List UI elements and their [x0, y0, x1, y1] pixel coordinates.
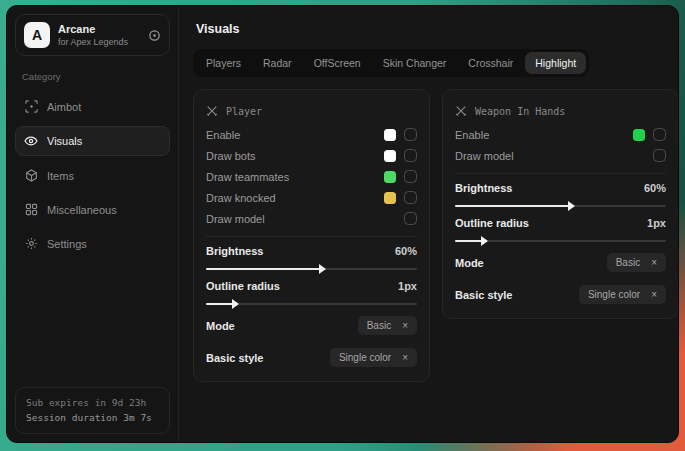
panel-title: Weapon In Hands [455, 94, 666, 124]
slider-thumb[interactable] [481, 236, 488, 246]
checkbox[interactable] [404, 212, 417, 225]
sidebar-item-label: Visuals [47, 135, 82, 147]
tab-crosshair[interactable]: Crosshair [458, 52, 523, 74]
checkbox[interactable] [653, 149, 666, 162]
toggle-row: Draw model [455, 145, 666, 166]
cube-icon [24, 169, 38, 182]
category-label: Category [22, 71, 163, 82]
outline-radius-slider[interactable] [455, 240, 666, 242]
slider-value: 60% [395, 245, 417, 257]
slider-value: 60% [644, 182, 666, 194]
slider-value: 1px [398, 280, 417, 292]
sidebar-item-settings[interactable]: Settings [15, 229, 170, 258]
slider-thumb[interactable] [232, 299, 239, 309]
toggle-row: Draw model [206, 208, 417, 229]
visuals-tabbar: Players Radar OffScreen Skin Changer Cro… [193, 49, 589, 77]
toggle-row: Enable [206, 124, 417, 145]
crosshair-icon [24, 100, 38, 113]
main-content: Visuals Players Radar OffScreen Skin Cha… [179, 6, 679, 442]
sidebar-item-visuals[interactable]: Visuals [15, 126, 170, 156]
brightness-slider[interactable] [455, 205, 666, 207]
tab-players[interactable]: Players [196, 52, 251, 74]
app-name: Arcane [58, 23, 128, 35]
sidebar-item-label: Aimbot [47, 101, 81, 113]
slider-thumb[interactable] [319, 264, 326, 274]
app-header-card: A Arcane for Apex Legends [15, 14, 170, 56]
sidebar-item-label: Items [47, 170, 74, 182]
outline-radius-slider[interactable] [206, 303, 417, 305]
basic-style-chip[interactable]: Single color × [579, 285, 666, 304]
color-swatch[interactable] [384, 192, 396, 204]
sidebar-item-aimbot[interactable]: Aimbot [15, 92, 170, 121]
close-icon[interactable]: × [402, 352, 408, 363]
crossed-swords-icon [206, 105, 218, 117]
sidebar-item-label: Settings [47, 238, 87, 250]
brightness-slider[interactable] [206, 268, 417, 270]
color-swatch[interactable] [633, 129, 645, 141]
tab-highlight[interactable]: Highlight [525, 52, 586, 74]
checkbox[interactable] [404, 149, 417, 162]
sidebar-item-label: Miscellaneous [47, 204, 117, 216]
checkbox[interactable] [404, 191, 417, 204]
subscription-info: Sub expires in 9d 23h Session duration 3… [15, 387, 170, 434]
sidebar: A Arcane for Apex Legends Category Aimbo… [7, 6, 179, 442]
toggle-row: Draw knocked [206, 187, 417, 208]
weapon-in-hands-panel: Weapon In Hands Enable Draw model [442, 89, 679, 319]
close-icon[interactable]: × [402, 320, 408, 331]
checkbox[interactable] [404, 170, 417, 183]
session-duration: Session duration 3m 7s [26, 410, 159, 426]
app-logo: A [24, 22, 50, 48]
slider-thumb[interactable] [568, 201, 575, 211]
mode-chip[interactable]: Basic × [607, 253, 666, 272]
sub-expiry: Sub expires in 9d 23h [26, 395, 159, 411]
app-subtitle: for Apex Legends [58, 37, 128, 47]
player-panel: Player Enable Draw bots [193, 89, 430, 382]
toggle-row: Draw bots [206, 145, 417, 166]
divider [206, 236, 417, 237]
close-icon[interactable]: × [651, 257, 657, 268]
page-title: Visuals [196, 22, 679, 36]
crossed-swords-icon [455, 105, 467, 117]
panel-title: Player [206, 94, 417, 124]
gear-icon [24, 237, 38, 250]
close-icon[interactable]: × [651, 289, 657, 300]
checkbox[interactable] [404, 128, 417, 141]
mode-chip[interactable]: Basic × [358, 316, 417, 335]
sidebar-item-miscellaneous[interactable]: Miscellaneous [15, 195, 170, 224]
sidebar-item-items[interactable]: Items [15, 161, 170, 190]
toggle-row: Enable [455, 124, 666, 145]
tab-skin-changer[interactable]: Skin Changer [373, 52, 457, 74]
app-window: A Arcane for Apex Legends Category Aimbo… [6, 5, 679, 443]
color-swatch[interactable] [384, 129, 396, 141]
toggle-row: Draw teammates [206, 166, 417, 187]
target-icon[interactable] [148, 29, 161, 42]
basic-style-chip[interactable]: Single color × [330, 348, 417, 367]
eye-icon [24, 134, 38, 148]
grid-icon [24, 203, 38, 216]
slider-value: 1px [647, 217, 666, 229]
color-swatch[interactable] [384, 171, 396, 183]
color-swatch[interactable] [384, 150, 396, 162]
divider [455, 173, 666, 174]
tab-radar[interactable]: Radar [253, 52, 302, 74]
checkbox[interactable] [653, 128, 666, 141]
tab-offscreen[interactable]: OffScreen [304, 52, 371, 74]
